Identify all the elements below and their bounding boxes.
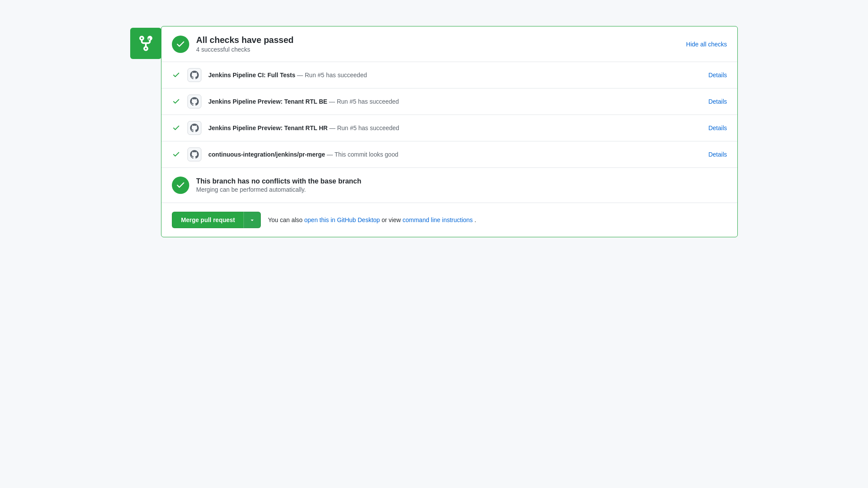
check-2-text: Jenkins Pipeline Preview: Tenant RTL BE … [208, 98, 701, 105]
branch-section: This branch has no conflicts with the ba… [161, 168, 737, 203]
header-left: All checks have passed 4 successful chec… [172, 35, 294, 53]
checks-title: All checks have passed [196, 35, 294, 45]
branch-subtitle: Merging can be performed automatically. [196, 186, 362, 193]
command-line-link[interactable]: command line instructions [402, 216, 473, 223]
all-passed-icon [172, 36, 189, 53]
checks-list: Jenkins Pipeline CI: Full Tests — Run #5… [161, 62, 737, 168]
branch-ok-icon [172, 177, 189, 194]
check-4-details-link[interactable]: Details [708, 151, 727, 158]
github-desktop-link[interactable]: open this in GitHub Desktop [304, 216, 380, 223]
check-success-icon [172, 97, 181, 106]
check-3-text: Jenkins Pipeline Preview: Tenant RTL HR … [208, 124, 701, 131]
chevron-down-icon [249, 217, 255, 223]
check-success-icon [172, 150, 181, 159]
hide-checks-button[interactable]: Hide all checks [686, 41, 727, 48]
branch-title: This branch has no conflicts with the ba… [196, 177, 362, 185]
header-text: All checks have passed 4 successful chec… [196, 35, 294, 53]
jenkins-app-icon [187, 68, 201, 82]
check-3-details-link[interactable]: Details [708, 124, 727, 131]
check-success-icon [172, 71, 181, 79]
merge-pull-request-button[interactable]: Merge pull request [172, 212, 243, 228]
merge-icon [137, 35, 155, 52]
branch-text: This branch has no conflicts with the ba… [196, 177, 362, 193]
merge-description: You can also open this in GitHub Desktop… [268, 216, 476, 223]
checks-subtitle: 4 successful checks [196, 46, 294, 53]
checks-card: All checks have passed 4 successful chec… [161, 26, 738, 237]
check-4-text: continuous-integration/jenkins/pr-merge … [208, 151, 701, 158]
check-2-details-link[interactable]: Details [708, 98, 727, 105]
card-header: All checks have passed 4 successful chec… [161, 26, 737, 62]
merge-dropdown-button[interactable] [243, 212, 261, 228]
check-row: Jenkins Pipeline CI: Full Tests — Run #5… [161, 62, 737, 88]
merge-button-group: Merge pull request [172, 212, 261, 228]
jenkins-app-icon [187, 95, 201, 108]
check-row: Jenkins Pipeline Preview: Tenant RTL HR … [161, 115, 737, 141]
check-success-icon [172, 124, 181, 132]
merge-section: Merge pull request You can also open thi… [161, 203, 737, 237]
check-row: continuous-integration/jenkins/pr-merge … [161, 141, 737, 167]
check-row: Jenkins Pipeline Preview: Tenant RTL BE … [161, 88, 737, 115]
merge-status-icon [130, 28, 161, 59]
check-1-text: Jenkins Pipeline CI: Full Tests — Run #5… [208, 72, 701, 79]
check-1-details-link[interactable]: Details [708, 72, 727, 79]
jenkins-app-icon [187, 147, 201, 161]
jenkins-app-icon [187, 121, 201, 135]
